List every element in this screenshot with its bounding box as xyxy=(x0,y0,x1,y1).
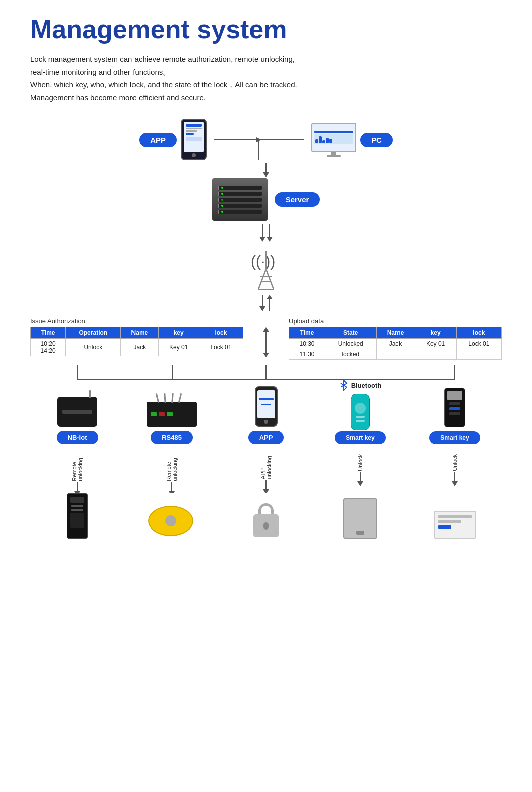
intro-line-4: Management has become more efficient and… xyxy=(30,93,206,102)
server-badge: Server xyxy=(275,192,320,207)
table-row: 11:30 locked xyxy=(289,349,502,360)
app-col: APP xyxy=(219,386,313,444)
svg-text:((·)): ((·)) xyxy=(251,253,275,270)
col-time: Time xyxy=(31,327,66,339)
rs485-lock xyxy=(124,506,219,539)
nbiot-badge: NB-Iot xyxy=(57,431,98,444)
app2-badge: APP xyxy=(248,431,284,444)
col-name: Name xyxy=(121,327,158,339)
svg-marker-41 xyxy=(452,481,458,486)
col-key2: key xyxy=(415,327,456,339)
nbiot-col: NB-Iot xyxy=(30,397,124,444)
svg-line-12 xyxy=(266,269,274,289)
svg-marker-24 xyxy=(263,353,269,357)
page: Management system Lock management system… xyxy=(0,0,532,559)
page-title: Management system xyxy=(30,15,502,44)
pc-badge: PC xyxy=(360,133,393,147)
svg-marker-20 xyxy=(267,295,273,299)
intro-line-2: real-time monitoring and other functions… xyxy=(30,68,170,76)
diagram: APP xyxy=(30,119,502,539)
unlock-label1: Unlock xyxy=(357,454,363,471)
col-lock2: lock xyxy=(456,327,501,339)
rs485-badge: RS485 xyxy=(151,431,193,444)
col-name2: Name xyxy=(376,327,415,339)
tables-row: Issue Authorization Time Operation Name … xyxy=(30,317,502,360)
intro-line-3: When, which key, who, which lock, and th… xyxy=(30,80,297,89)
upload-data-section: Upload data Time State Name key lock xyxy=(289,317,502,360)
svg-marker-33 xyxy=(74,491,80,493)
smartkey-lock xyxy=(408,511,502,539)
unlock-label2: Unlock xyxy=(452,454,458,471)
upload-data-label: Upload data xyxy=(289,317,502,325)
svg-line-11 xyxy=(258,269,266,289)
app-unlock-label: APP unlocking xyxy=(260,448,272,479)
smart-key2-badge: Smart key xyxy=(335,431,385,444)
svg-marker-35 xyxy=(169,491,175,493)
svg-marker-39 xyxy=(357,481,363,486)
bluetooth-label: Bluetooth xyxy=(351,382,382,389)
bluetooth-col: Bluetooth Smart key xyxy=(313,380,408,444)
col-key: key xyxy=(158,327,199,339)
svg-marker-37 xyxy=(263,489,269,493)
issue-auth-label: Issue Authorization xyxy=(30,317,243,325)
table-row: 10:30 Unlocked Jack Key 01 Lock 01 xyxy=(289,339,502,349)
svg-marker-18 xyxy=(259,306,265,311)
col-time2: Time xyxy=(289,327,325,339)
remote-unlock-label1: Remote unlocking xyxy=(71,448,83,481)
col-state: State xyxy=(325,327,376,339)
col-op: Operation xyxy=(66,327,121,339)
intro-line-1: Lock management system can achieve remot… xyxy=(30,55,295,63)
issue-auth-table: Time Operation Name key lock 10:2014:20 … xyxy=(30,327,243,356)
col-lock: lock xyxy=(199,327,243,339)
remote-unlock-label2: Remote unlocking xyxy=(166,448,178,481)
bt-lock xyxy=(313,498,408,539)
svg-marker-7 xyxy=(259,237,265,242)
issue-auth-section: Issue Authorization Time Operation Name … xyxy=(30,317,243,356)
app-badge: APP xyxy=(139,133,177,147)
upload-data-table: Time State Name key lock 10:30 Unlocked … xyxy=(289,327,502,360)
svg-marker-5 xyxy=(263,172,269,177)
svg-marker-22 xyxy=(263,327,269,332)
nbiot-lock xyxy=(30,493,124,539)
intro-text: Lock management system can achieve remot… xyxy=(30,53,502,104)
rs485-col: RS485 xyxy=(124,402,219,444)
smart-key-badge: Smart key xyxy=(429,431,480,444)
smartkey-col: Smart key xyxy=(408,388,502,444)
table-row: 10:2014:20 Unlock Jack Key 01 Lock 01 xyxy=(31,339,243,356)
app-lock xyxy=(219,503,313,539)
svg-marker-9 xyxy=(267,237,273,242)
